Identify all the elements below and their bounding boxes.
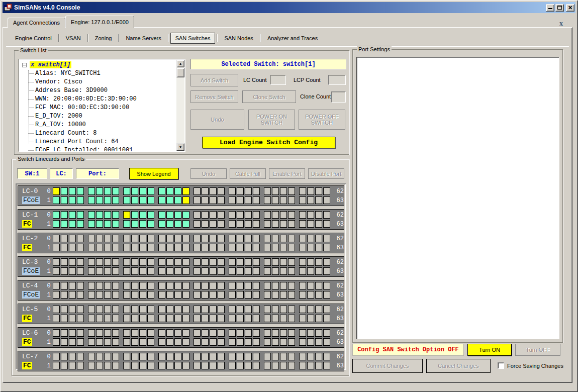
port-cell[interactable] — [229, 244, 236, 251]
port-cell[interactable] — [288, 329, 295, 337]
tree-node[interactable]: Linecard Port Count: 64 — [28, 138, 185, 146]
port-cell[interactable] — [280, 197, 287, 204]
port-cell[interactable] — [288, 235, 295, 242]
port-cell[interactable] — [210, 211, 217, 219]
sub-tab-san-nodes[interactable]: SAN Nodes — [219, 33, 258, 44]
main-tab-0[interactable]: Agent Connections — [8, 18, 65, 28]
close-button[interactable]: ✕ — [566, 4, 574, 12]
port-cell[interactable] — [123, 306, 130, 313]
port-cell[interactable] — [253, 258, 260, 266]
port-cell[interactable] — [307, 244, 314, 251]
port-cell[interactable] — [112, 197, 119, 204]
port-cell[interactable] — [272, 235, 279, 242]
port-cell[interactable] — [112, 258, 119, 266]
port-cell[interactable] — [299, 315, 306, 322]
power-on-switch-button[interactable]: POWER ON SWITCH — [248, 110, 295, 130]
port-cell[interactable] — [280, 338, 287, 346]
port-cell[interactable] — [307, 235, 314, 242]
port-cell[interactable] — [210, 244, 217, 251]
port-cell[interactable] — [139, 187, 146, 195]
port-cell[interactable] — [245, 197, 252, 204]
port-cell[interactable] — [166, 329, 173, 337]
port-cell[interactable] — [166, 235, 173, 242]
port-cell[interactable] — [245, 187, 252, 195]
maximize-button[interactable] — [555, 4, 564, 12]
port-cell[interactable] — [158, 315, 165, 322]
port-cell[interactable] — [194, 197, 201, 204]
port-cell[interactable] — [323, 282, 330, 289]
port-cell[interactable] — [139, 329, 146, 337]
port-cell[interactable] — [139, 306, 146, 313]
port-cell[interactable] — [280, 329, 287, 337]
port-cell[interactable] — [299, 197, 306, 204]
port-cell[interactable] — [253, 282, 260, 289]
port-cell[interactable] — [315, 211, 322, 219]
port-cell[interactable] — [77, 211, 84, 219]
port-cell[interactable] — [69, 291, 76, 299]
port-cell[interactable] — [299, 362, 306, 369]
port-cell[interactable] — [280, 306, 287, 313]
tree-collapse-icon[interactable] — [22, 63, 27, 67]
port-cell[interactable] — [77, 353, 84, 360]
port-cell[interactable] — [194, 187, 201, 195]
port-cell[interactable] — [158, 220, 165, 228]
port-cell[interactable] — [104, 291, 111, 299]
port-cell[interactable] — [131, 306, 138, 313]
port-cell[interactable] — [61, 282, 68, 289]
port-cell[interactable] — [139, 362, 146, 369]
port-cell[interactable] — [53, 338, 60, 346]
port-cell[interactable] — [323, 197, 330, 204]
port-cell[interactable] — [77, 220, 84, 228]
port-cell[interactable] — [112, 267, 119, 275]
port-cell[interactable] — [194, 306, 201, 313]
port-cell[interactable] — [218, 329, 225, 337]
port-cell[interactable] — [174, 315, 181, 322]
port-cell[interactable] — [158, 244, 165, 251]
port-cell[interactable] — [323, 187, 330, 195]
tree-node[interactable]: Linecard Count: 8 — [28, 129, 185, 138]
port-cell[interactable] — [88, 220, 95, 228]
port-cell[interactable] — [245, 362, 252, 369]
undo-switch-button[interactable]: Undo — [190, 110, 244, 130]
port-cell[interactable] — [182, 211, 189, 219]
port-cell[interactable] — [69, 353, 76, 360]
port-cell[interactable] — [323, 329, 330, 337]
port-cell[interactable] — [131, 338, 138, 346]
port-cell[interactable] — [264, 338, 271, 346]
port-cell[interactable] — [272, 291, 279, 299]
port-cell[interactable] — [229, 338, 236, 346]
port-cell[interactable] — [299, 291, 306, 299]
port-cell[interactable] — [96, 329, 103, 337]
port-cell[interactable] — [131, 197, 138, 204]
port-cell[interactable] — [272, 282, 279, 289]
port-cell[interactable] — [264, 362, 271, 369]
port-cell[interactable] — [315, 220, 322, 228]
port-cell[interactable] — [131, 282, 138, 289]
sub-tab-vsan[interactable]: VSAN — [61, 33, 86, 44]
port-cell[interactable] — [194, 353, 201, 360]
port-cell[interactable] — [123, 362, 130, 369]
port-cell[interactable] — [307, 362, 314, 369]
port-cell[interactable] — [315, 315, 322, 322]
port-cell[interactable] — [272, 353, 279, 360]
port-cell[interactable] — [202, 235, 209, 242]
port-cell[interactable] — [237, 306, 244, 313]
port-cell[interactable] — [280, 291, 287, 299]
port-cell[interactable] — [96, 362, 103, 369]
port-cell[interactable] — [280, 315, 287, 322]
port-cell[interactable] — [166, 362, 173, 369]
sub-tab-san-switches[interactable]: SAN Switches — [170, 33, 216, 44]
port-cell[interactable] — [210, 306, 217, 313]
port-cell[interactable] — [147, 291, 154, 299]
port-cell[interactable] — [174, 235, 181, 242]
port-cell[interactable] — [112, 235, 119, 242]
port-cell[interactable] — [253, 220, 260, 228]
port-cell[interactable] — [61, 329, 68, 337]
port-cell[interactable] — [69, 211, 76, 219]
port-cell[interactable] — [210, 235, 217, 242]
sub-tab-name-servers[interactable]: Name Servers — [121, 33, 166, 44]
port-cell[interactable] — [61, 187, 68, 195]
port-cell[interactable] — [315, 235, 322, 242]
port-cell[interactable] — [202, 267, 209, 275]
port-cell[interactable] — [245, 282, 252, 289]
